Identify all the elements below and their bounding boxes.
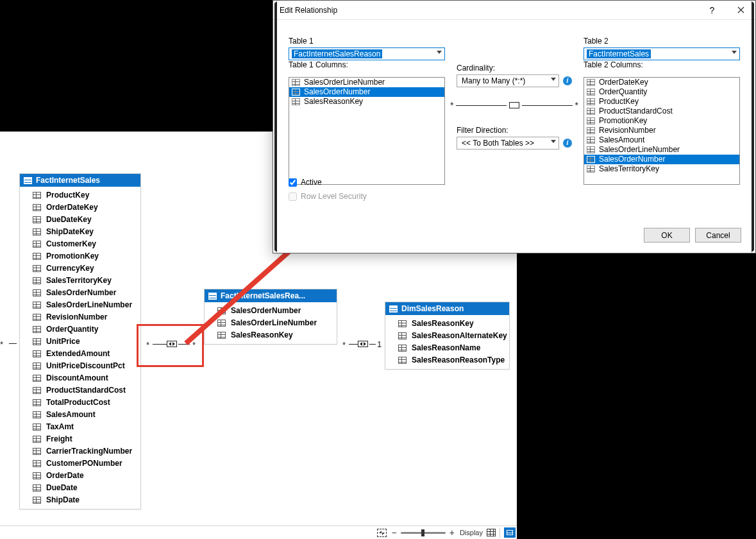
active-label: Active [301, 178, 322, 187]
column-list-item[interactable]: SalesTerritoryKey [584, 164, 739, 174]
column-name: PromotionKey [46, 251, 99, 262]
entity-dimsalesreason[interactable]: DimSalesReason SalesReasonKeySalesReason… [385, 302, 510, 370]
zoom-in-button[interactable]: + [448, 528, 456, 537]
column-icon [33, 277, 41, 284]
entity-header[interactable]: FactInternetSales [20, 174, 140, 187]
entity-column[interactable]: SalesReasonKey [385, 318, 509, 330]
table2-combo[interactable]: FactInternetSales [584, 47, 740, 60]
relationship-filter-icon[interactable] [358, 341, 368, 347]
help-button[interactable]: ? [698, 1, 727, 20]
column-name: SalesTerritoryKey [599, 164, 659, 174]
table2-columns-label: Table 2 Columns: [584, 60, 740, 69]
entity-column[interactable]: ProductStandardCost [20, 384, 140, 397]
ok-button[interactable]: OK [644, 228, 690, 243]
column-list-item[interactable]: RevisionNumber [584, 126, 739, 135]
entity-column[interactable]: UnitPriceDiscountPct [20, 360, 140, 372]
column-list-item[interactable]: SalesOrderNumber [584, 155, 739, 164]
dialog-titlebar[interactable]: Edit Relationship ? [273, 1, 755, 20]
table1-columns-list[interactable]: SalesOrderLineNumberSalesOrderNumberSale… [289, 77, 445, 185]
column-list-item[interactable]: SalesReasonKey [289, 97, 444, 107]
column-icon [398, 357, 407, 364]
active-checkbox-input[interactable] [289, 178, 297, 187]
entity-column[interactable]: DueDateKey [20, 214, 140, 226]
entity-column[interactable]: OrderDate [20, 470, 140, 482]
entity-column[interactable]: SalesOrderLineNumber [205, 317, 337, 329]
entity-column[interactable]: DiscountAmount [20, 372, 140, 384]
relationship-line[interactable] [349, 344, 358, 345]
entity-column[interactable]: ExtendedAmount [20, 348, 140, 360]
cancel-button[interactable]: Cancel [695, 228, 741, 243]
entity-column[interactable]: TaxAmt [20, 421, 140, 433]
info-icon[interactable]: i [563, 76, 572, 85]
info-icon[interactable]: i [563, 139, 572, 148]
table1-combo[interactable]: FactInternetSalesReason [289, 47, 445, 60]
column-name: SalesReasonReasonType [412, 355, 505, 366]
entity-column[interactable]: ShipDateKey [20, 226, 140, 238]
entity-header[interactable]: FactInternetSalesRea... [205, 289, 337, 302]
column-icon [33, 265, 41, 272]
entity-column[interactable]: SalesReasonKey [205, 329, 337, 341]
entity-header[interactable]: DimSalesReason [385, 302, 509, 315]
column-name: CurrencyKey [46, 263, 94, 274]
zoom-out-button[interactable]: − [391, 528, 398, 537]
column-name: OrderDate [46, 470, 84, 481]
entity-factinternetsalesreason[interactable]: FactInternetSalesRea... SalesOrderNumber… [204, 289, 337, 345]
entity-title: FactInternetSalesRea... [221, 291, 305, 300]
entity-title: FactInternetSales [36, 176, 100, 185]
table2-columns-list[interactable]: OrderDateKeyOrderQuantityProductKeyProdu… [584, 77, 740, 185]
diagram-view-icon[interactable] [504, 527, 516, 538]
column-list-item[interactable]: ProductKey [584, 97, 739, 107]
cardinality-value: Many to Many (*:*) [460, 76, 527, 85]
cardinality-label: Cardinality: [457, 64, 572, 73]
annotation-highlight [137, 324, 204, 367]
entity-column[interactable]: OrderQuantity [20, 323, 140, 336]
entity-column[interactable]: SalesReasonName [385, 342, 509, 354]
entity-column[interactable]: ProductKey [20, 189, 140, 201]
active-checkbox[interactable]: Active [289, 178, 367, 187]
rls-checkbox-input[interactable] [289, 193, 297, 201]
column-list-item[interactable]: ProductStandardCost [584, 107, 739, 116]
entity-column[interactable]: DueDate [20, 482, 140, 494]
entity-column[interactable]: CurrencyKey [20, 262, 140, 275]
entity-column[interactable]: SalesReasonReasonType [385, 354, 509, 366]
rls-checkbox[interactable]: Row Level Security [289, 192, 367, 201]
relationship-line[interactable] [369, 344, 376, 345]
entity-column[interactable]: SalesOrderNumber [205, 305, 337, 317]
column-list-item[interactable]: SalesOrderLineNumber [584, 145, 739, 155]
entity-column[interactable]: CustomerPONumber [20, 458, 140, 470]
column-list-item[interactable]: PromotionKey [584, 116, 739, 126]
grid-view-icon[interactable] [487, 529, 496, 536]
fit-to-screen-icon[interactable] [377, 529, 387, 537]
entity-column[interactable]: UnitPrice [20, 336, 140, 348]
entity-column[interactable]: TotalProductCost [20, 397, 140, 409]
entity-column[interactable]: Freight [20, 433, 140, 445]
filter-direction-combo[interactable]: << To Both Tables >> [457, 137, 559, 150]
column-list-item[interactable]: OrderQuantity [584, 87, 739, 97]
entity-column[interactable]: SalesOrderLineNumber [20, 299, 140, 311]
column-name: SalesOrderLineNumber [231, 318, 317, 329]
zoom-thumb[interactable] [421, 529, 424, 536]
column-icon [398, 320, 407, 327]
entity-column[interactable]: SalesTerritoryKey [20, 275, 140, 287]
entity-column[interactable]: CustomerKey [20, 238, 140, 250]
column-icon [587, 117, 595, 124]
chevron-down-icon [732, 51, 737, 54]
column-name: PromotionKey [599, 116, 647, 126]
entity-column[interactable]: PromotionKey [20, 250, 140, 262]
zoom-track[interactable] [401, 532, 446, 534]
entity-column[interactable]: OrderDateKey [20, 201, 140, 214]
entity-column[interactable]: ShipDate [20, 494, 140, 506]
column-list-item[interactable]: SalesOrderNumber [289, 87, 444, 97]
column-list-item[interactable]: OrderDateKey [584, 78, 739, 87]
zoom-slider[interactable]: − + [391, 528, 456, 537]
entity-column[interactable]: SalesReasonAlternateKey [385, 330, 509, 342]
entity-column[interactable]: SalesOrderNumber [20, 287, 140, 299]
column-list-item[interactable]: SalesAmount [584, 135, 739, 145]
entity-column[interactable]: RevisionNumber [20, 311, 140, 323]
column-name: CarrierTrackingNumber [46, 446, 132, 457]
entity-column[interactable]: CarrierTrackingNumber [20, 445, 140, 458]
entity-column[interactable]: SalesAmount [20, 409, 140, 421]
column-list-item[interactable]: SalesOrderLineNumber [289, 78, 444, 87]
cardinality-combo[interactable]: Many to Many (*:*) [457, 74, 559, 87]
entity-factinternetsales[interactable]: FactInternetSales ProductKeyOrderDateKey… [19, 173, 141, 509]
